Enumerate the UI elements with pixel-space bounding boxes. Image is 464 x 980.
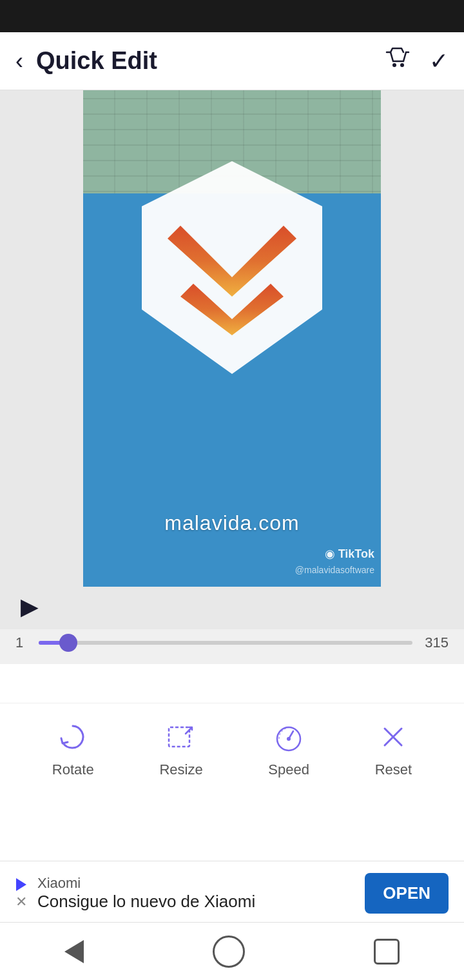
reset-tool[interactable]: Reset	[375, 719, 412, 778]
navigation-bar	[0, 922, 464, 980]
nav-back-button[interactable]	[64, 940, 84, 963]
nav-home-button[interactable]	[213, 936, 245, 968]
video-preview: malavida.com ◉ TikTok @malavidasoftware	[83, 90, 381, 587]
ad-left: ✕ Xiaomi Consigue lo nuevo de Xiaomi	[15, 875, 255, 912]
spacer-2	[0, 796, 464, 861]
ad-banner: ✕ Xiaomi Consigue lo nuevo de Xiaomi OPE…	[0, 861, 464, 926]
speed-tool[interactable]: Speed	[268, 719, 309, 778]
nav-recent-button[interactable]	[374, 939, 400, 965]
username-watermark: @malavidasoftware	[295, 565, 374, 575]
logo	[135, 155, 329, 400]
speed-label: Speed	[268, 761, 309, 778]
svg-point-1	[400, 63, 404, 67]
basket-button[interactable]	[384, 46, 410, 76]
ad-close-button[interactable]: ✕	[15, 895, 27, 909]
svg-rect-5	[169, 727, 189, 747]
reset-label: Reset	[375, 761, 412, 778]
svg-point-0	[392, 63, 396, 67]
header: ‹ Quick Edit ✓	[0, 32, 464, 90]
slider-track[interactable]	[39, 641, 412, 645]
svg-point-7	[287, 737, 291, 741]
slider-thumb[interactable]	[59, 634, 77, 652]
resize-tool[interactable]: Resize	[159, 719, 202, 778]
watermark-url: malavida.com	[164, 511, 299, 535]
back-button[interactable]: ‹	[15, 48, 23, 75]
tiktok-watermark: ◉ TikTok	[325, 547, 374, 561]
svg-marker-2	[142, 161, 322, 374]
page-title: Quick Edit	[36, 47, 157, 75]
rotate-tool[interactable]: Rotate	[52, 719, 94, 778]
slider-row: 1 315	[0, 629, 464, 664]
toolbar: Rotate Resize Speed	[0, 703, 464, 796]
confirm-button[interactable]: ✓	[429, 48, 449, 75]
reset-icon	[375, 719, 411, 755]
spacer-1	[0, 664, 464, 703]
ad-open-button[interactable]: OPEN	[365, 873, 449, 914]
speed-icon	[271, 719, 307, 755]
ad-icon-group: ✕	[15, 878, 27, 909]
slider-max-label: 315	[423, 634, 449, 651]
resize-label: Resize	[159, 761, 202, 778]
slider-min-label: 1	[15, 634, 28, 651]
resize-icon	[163, 719, 199, 755]
tiktok-brand: TikTok	[338, 547, 374, 560]
ad-brand: Xiaomi	[37, 875, 255, 892]
ad-tagline: Consigue lo nuevo de Xiaomi	[37, 892, 255, 912]
ad-text: Xiaomi Consigue lo nuevo de Xiaomi	[37, 875, 255, 912]
status-bar	[0, 0, 464, 32]
play-button[interactable]: ▶	[21, 593, 449, 620]
video-container: malavida.com ◉ TikTok @malavidasoftware	[0, 90, 464, 587]
ad-play-icon	[16, 878, 26, 891]
playback-area: ▶	[0, 587, 464, 629]
rotate-icon	[55, 719, 91, 755]
rotate-label: Rotate	[52, 761, 94, 778]
